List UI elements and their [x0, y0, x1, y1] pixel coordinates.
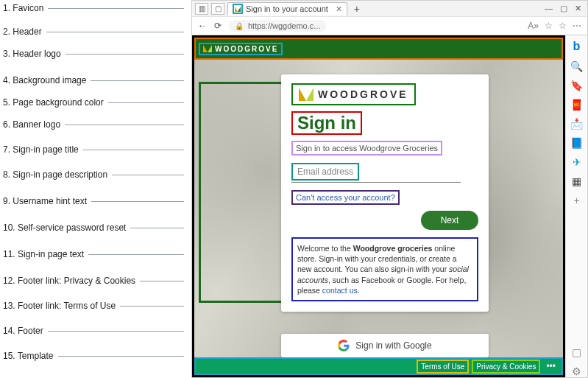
annot-4: 4. Background image — [3, 75, 86, 85]
annotation-panel: 1. Favicon 2. Header 3. Header logo 4. B… — [0, 0, 191, 378]
header-logo[interactable]: WOODGROVE — [199, 43, 283, 55]
footer-privacy-link[interactable]: Privacy & Cookies — [472, 360, 540, 374]
sidebar-send-icon[interactable]: ✈ — [573, 156, 581, 168]
annot-5: 5. Page background color — [3, 97, 104, 108]
signin-description: Sign in to access Woodgrove Groceries — [291, 141, 442, 155]
annot-8: 8. Sign-in page description — [3, 169, 107, 180]
sidebar-collapse-icon[interactable]: ▢ — [572, 346, 581, 358]
bing-icon[interactable]: b — [573, 40, 581, 53]
browser-tab[interactable]: Sign in to your account ✕ — [227, 2, 347, 15]
banner-logo: WOODGROVE — [291, 83, 416, 105]
annot-2: 2. Header — [3, 27, 42, 37]
google-icon — [338, 340, 350, 351]
header-logo-text: WOODGROVE — [215, 45, 278, 53]
favicon-icon — [233, 4, 243, 14]
browser-window: ▥ ▢ Sign in to your account ✕ + — ▢ ✕ ← … — [191, 0, 588, 378]
google-signin-button[interactable]: Sign in with Google — [281, 334, 489, 357]
reader-button[interactable]: A» — [528, 21, 539, 31]
sidebar-search-icon[interactable]: 🔍 — [570, 60, 583, 72]
sidebar-grid-icon[interactable]: ▦ — [572, 175, 581, 187]
address-bar[interactable]: 🔒 https://wggdemo.c... — [229, 20, 326, 32]
annot-11: 11. Sign-in page text — [3, 249, 84, 259]
annot-7: 7. Sign-in page title — [3, 144, 79, 155]
profile-button[interactable]: ☆ — [545, 21, 553, 31]
annot-15: 15. Template — [3, 351, 54, 361]
edge-sidebar: b 🔍 🔖 🧧 📩 📘 ✈ ▦ + ▢ ⚙ — [565, 35, 587, 377]
lock-icon: 🔒 — [235, 22, 244, 30]
annot-13: 13. Footer link: Terms of Use — [3, 301, 116, 311]
annot-6: 6. Banner logo — [3, 119, 60, 130]
footer-terms-link[interactable]: Terms of Use — [417, 360, 469, 374]
email-underline — [291, 182, 461, 183]
annot-9: 9. Username hint text — [3, 196, 87, 206]
annot-14: 14. Footer — [3, 326, 43, 336]
sspr-link[interactable]: Can't access your account? — [291, 190, 400, 205]
url-text: https://wggdemo.c... — [248, 21, 320, 30]
browser-toolbar: ← ⟳ 🔒 https://wggdemo.c... A» ☆ ☆ ⋯ — [191, 16, 588, 35]
next-button[interactable]: Next — [421, 211, 478, 230]
window-close-button[interactable]: ✕ — [575, 4, 581, 13]
page-viewport: WOODGROVE WOODGROVE Sign in Sign in to a… — [192, 35, 565, 377]
signin-page-text: Welcome to the Woodgrove groceries onlin… — [291, 237, 478, 301]
signin-title: Sign in — [291, 111, 362, 135]
email-field[interactable]: Email address — [291, 163, 359, 181]
tab-title: Sign in to your account — [246, 4, 328, 13]
tab-close-icon[interactable]: ✕ — [336, 4, 342, 14]
favorites-button[interactable]: ☆ — [559, 21, 567, 31]
window-minimize-button[interactable]: — — [545, 4, 553, 13]
sidebar-tools-icon[interactable]: 🧧 — [570, 99, 583, 111]
google-signin-label: Sign in with Google — [355, 340, 431, 351]
annot-3: 3. Header logo — [3, 49, 61, 59]
refresh-button[interactable]: ⟳ — [214, 21, 222, 31]
sidebar-office-icon[interactable]: 📘 — [570, 137, 583, 149]
annot-1: 1. Favicon — [3, 3, 43, 13]
tab-actions-button[interactable]: ▥ — [195, 3, 208, 15]
banner-logo-text: WOODGROVE — [318, 88, 408, 100]
sidebar-shopping-icon[interactable]: 🔖 — [570, 80, 583, 91]
woodgrove-logo-icon — [299, 88, 314, 101]
woodgrove-logo-icon — [203, 45, 212, 52]
overflow-button[interactable]: ⋯ — [573, 21, 581, 31]
annot-12: 12. Footer link: Privacy & Cookies — [3, 276, 135, 286]
window-maximize-button[interactable]: ▢ — [560, 4, 567, 13]
back-button[interactable]: ← — [198, 21, 207, 31]
page-footer: Terms of Use Privacy & Cookies ••• — [194, 357, 563, 375]
footer-more-button[interactable]: ••• — [543, 361, 559, 371]
page-header: WOODGROVE — [194, 38, 563, 60]
sidebar-settings-icon[interactable]: ⚙ — [572, 365, 581, 377]
signin-card: WOODGROVE Sign in Sign in to access Wood… — [281, 74, 489, 312]
window-titlebar: ▥ ▢ Sign in to your account ✕ + — ▢ ✕ — [191, 0, 588, 16]
sidebar-outlook-icon[interactable]: 📩 — [570, 118, 583, 130]
sidebar-add-button[interactable]: + — [573, 195, 579, 206]
contact-us-link[interactable]: contact us — [322, 286, 358, 295]
new-tab-button[interactable]: + — [350, 3, 364, 15]
annot-10: 10. Self-service password reset — [3, 223, 126, 233]
tab-overview-button[interactable]: ▢ — [211, 3, 224, 15]
